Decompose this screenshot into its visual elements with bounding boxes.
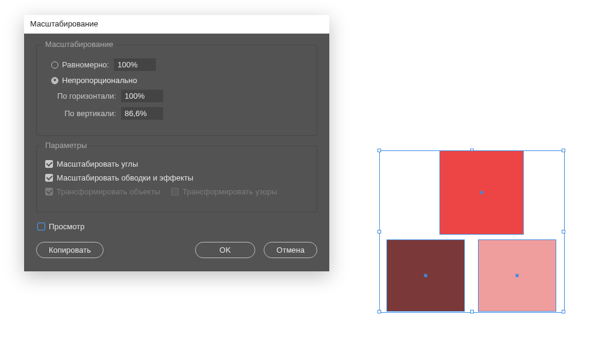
checkbox-icon xyxy=(45,174,53,182)
vertical-label: По вертикали: xyxy=(45,109,121,118)
checkbox-icon xyxy=(171,188,179,196)
uniform-input[interactable] xyxy=(114,58,156,71)
radio-nonuniform-label: Непропорционально xyxy=(62,76,137,85)
center-point xyxy=(424,274,427,277)
artboard xyxy=(379,150,572,325)
shape-top[interactable] xyxy=(439,150,524,235)
checkbox-preview-label: Просмотр xyxy=(49,222,84,231)
horizontal-label: По горизонтали: xyxy=(45,91,121,100)
radio-uniform[interactable]: Равномерно: xyxy=(51,60,109,69)
handle-se[interactable] xyxy=(562,310,565,313)
button-row: Копировать OK Отмена xyxy=(36,242,317,258)
checkbox-scale-corners-label: Масштабировать углы xyxy=(57,159,138,168)
horizontal-input[interactable] xyxy=(121,90,163,102)
shape-bottom-right[interactable] xyxy=(478,239,556,312)
scale-group-title: Масштабирование xyxy=(43,40,116,49)
checkbox-transform-patterns-label: Трансформировать узоры xyxy=(182,187,277,196)
handle-sw[interactable] xyxy=(377,310,381,313)
dialog-body: Масштабирование Равномерно: Непропорцион… xyxy=(24,34,329,271)
shape-bottom-left[interactable] xyxy=(386,239,465,312)
handle-s[interactable] xyxy=(470,310,474,313)
handle-w[interactable] xyxy=(377,230,381,233)
checkbox-scale-corners[interactable]: Масштабировать углы xyxy=(45,159,138,168)
center-point xyxy=(516,274,519,277)
handle-ne[interactable] xyxy=(562,149,565,152)
radio-icon xyxy=(51,61,58,69)
handle-e[interactable] xyxy=(562,230,565,233)
radio-uniform-label: Равномерно: xyxy=(62,60,109,69)
cancel-button[interactable]: Отмена xyxy=(264,242,317,258)
checkbox-transform-objects: Трансформировать объекты xyxy=(45,187,160,196)
vertical-input[interactable] xyxy=(121,107,163,120)
copy-button[interactable]: Копировать xyxy=(36,242,104,258)
checkbox-scale-strokes-label: Масштабировать обводки и эффекты xyxy=(57,173,193,182)
options-group-title: Параметры xyxy=(43,141,89,150)
checkbox-icon xyxy=(45,188,53,196)
checkbox-transform-objects-label: Трансформировать объекты xyxy=(57,187,160,196)
radio-nonuniform[interactable]: Непропорционально xyxy=(51,76,137,85)
radio-icon xyxy=(51,77,58,84)
scale-dialog: Масштабирование Масштабирование Равномер… xyxy=(24,15,329,271)
checkbox-preview[interactable]: Просмотр xyxy=(37,222,84,231)
checkbox-icon xyxy=(45,160,53,168)
center-point xyxy=(480,191,483,194)
options-group: Параметры Масштабировать углы Масштабиро… xyxy=(36,146,317,212)
ok-button[interactable]: OK xyxy=(195,242,256,258)
scale-group: Масштабирование Равномерно: Непропорцион… xyxy=(36,45,317,136)
checkbox-icon xyxy=(37,223,45,230)
checkbox-scale-strokes[interactable]: Масштабировать обводки и эффекты xyxy=(45,173,193,182)
handle-nw[interactable] xyxy=(377,149,381,152)
dialog-title: Масштабирование xyxy=(24,15,329,34)
checkbox-transform-patterns: Трансформировать узоры xyxy=(171,187,277,196)
